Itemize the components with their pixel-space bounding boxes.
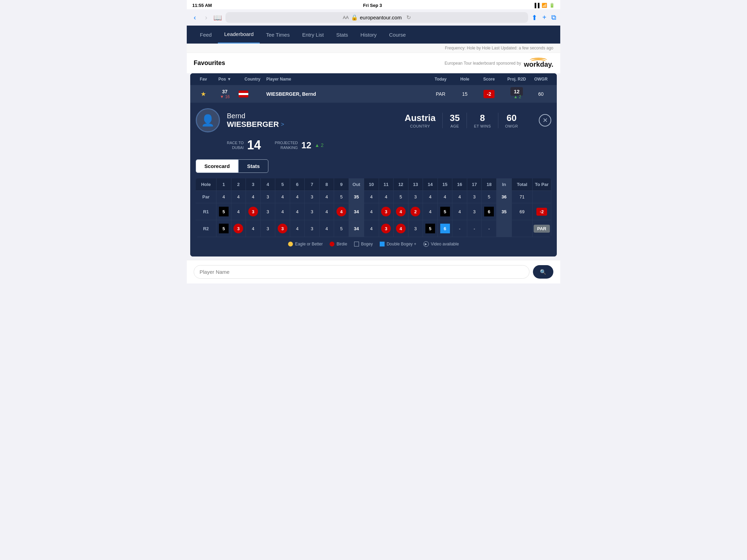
sc-par-label: Par: [196, 191, 216, 203]
sc-topar: To Par: [533, 178, 551, 191]
lb-player-row[interactable]: ★ 37 ▼ 16 WIESBERGER, Bernd PAR 15 -2 12…: [190, 85, 557, 103]
lb-fav-cell[interactable]: ★: [196, 90, 211, 98]
address-bar[interactable]: AA 🔒 europeantour.com ↻: [225, 12, 528, 23]
sc-par12: 5: [394, 191, 408, 203]
sc-r2-h8: 4: [320, 220, 334, 237]
forward-button[interactable]: ›: [202, 12, 210, 23]
video-label: Video available: [431, 242, 459, 246]
player-name-text: WIESBERGER, Bernd: [266, 91, 316, 97]
sc-par7: 3: [305, 191, 320, 203]
sc-in: In: [497, 178, 512, 191]
player-profile-link[interactable]: >: [281, 121, 284, 128]
player-card: 👤 Bernd WIESBERGER > Austria COUNTRY 35 …: [190, 103, 557, 256]
score-badge: -2: [483, 90, 495, 98]
stat-owgr: 60 OWGR: [498, 113, 525, 128]
sc-r1-h7: 3: [305, 203, 320, 220]
double-bogey-label: Double Bogey +: [387, 242, 416, 246]
sc-r1-h2: 4: [231, 203, 246, 220]
sc-r2-h6: 4: [290, 220, 305, 237]
nav-entry-list[interactable]: Entry List: [296, 26, 330, 43]
player-last-name[interactable]: WIESBERGER: [227, 120, 279, 129]
share-button[interactable]: ⬆: [532, 13, 537, 22]
sc-h7: 7: [305, 178, 320, 191]
sc-h11: 11: [379, 178, 394, 191]
player-stats: Austria COUNTRY 35 AGE 8 ET WINS 60 OWGR: [331, 113, 525, 128]
tab-stats[interactable]: Stats: [238, 159, 268, 173]
bogey-icon: [354, 242, 359, 246]
reload-icon[interactable]: ↻: [406, 14, 411, 21]
nav-feed[interactable]: Feed: [194, 26, 218, 43]
lb-col-hole: Hole: [454, 77, 475, 82]
nav-stats[interactable]: Stats: [330, 26, 354, 43]
search-button[interactable]: 🔍: [533, 265, 553, 279]
sc-par13: 3: [408, 191, 423, 203]
sc-r1-total: 69: [512, 203, 533, 220]
lb-proj-cell: 12 ▲ 2: [503, 88, 531, 99]
back-button[interactable]: ‹: [191, 12, 199, 23]
sc-par8: 4: [320, 191, 334, 203]
owgr-value: 60: [505, 113, 518, 123]
sc-r1-h12: 4: [394, 203, 408, 220]
sc-r2-h2: 3: [231, 220, 246, 237]
sc-h17: 17: [467, 178, 482, 191]
add-tab-button[interactable]: +: [542, 13, 546, 21]
player-rankings-row: RACE TODUBAI 14 PROJECTEDRANKING 12 ▲ 2: [196, 138, 551, 152]
sc-r1-h18: 6: [482, 203, 497, 220]
player-name-area: Bernd WIESBERGER >: [227, 112, 324, 129]
workday-logo: workday.: [524, 60, 553, 68]
sc-par15: 4: [438, 191, 453, 203]
sc-h2: 2: [231, 178, 246, 191]
nav-history[interactable]: History: [354, 26, 383, 43]
stat-et-wins: 8 ET WINS: [467, 113, 498, 128]
star-icon[interactable]: ★: [201, 91, 206, 97]
sc-r2-label: R2: [196, 220, 216, 237]
text-size-label[interactable]: AA: [343, 15, 349, 20]
sc-h4: 4: [261, 178, 276, 191]
sc-par6: 4: [290, 191, 305, 203]
sc-r2-row: R2 5 3 4 3 3 4 3 4 5 34 4 3 4 3 5 6 - - …: [196, 220, 551, 237]
frequency-text: Frequency: Hole by Hole Last Updated: a …: [445, 46, 553, 50]
proj-up-arrow: ▲ 2: [315, 142, 324, 148]
status-date: Fri Sep 3: [363, 3, 382, 8]
lb-name-cell[interactable]: WIESBERGER, Bernd: [266, 91, 427, 97]
sc-h12: 12: [394, 178, 408, 191]
country-value: Austria: [405, 113, 436, 123]
nav-tee-times[interactable]: Tee Times: [260, 26, 296, 43]
bottom-search: 🔍: [187, 260, 560, 283]
sc-par14: 4: [423, 191, 438, 203]
sc-par18: 5: [482, 191, 497, 203]
lb-hole-cell: 15: [454, 91, 475, 97]
leaderboard-container: Fav Pos ▼ Country Player Name Today Hole…: [190, 73, 557, 256]
sc-r2-total: [512, 220, 533, 237]
sc-par1: 4: [216, 191, 231, 203]
projected-ranking-item: PROJECTEDRANKING 12 ▲ 2: [275, 140, 324, 151]
race-to-dubai-value: 14: [247, 138, 261, 152]
player-search-input[interactable]: [194, 265, 529, 279]
country-label: COUNTRY: [405, 124, 436, 128]
bookmarks-icon[interactable]: 📖: [213, 13, 222, 22]
sc-header-row: Hole 1 2 3 4 5 6 7 8 9 Out 10 11 12 13 1…: [196, 178, 551, 191]
nav-leaderboard[interactable]: Leaderboard: [218, 26, 260, 44]
eagle-icon: [288, 242, 293, 246]
sc-r1-h14: 4: [423, 203, 438, 220]
sc-hole-header: Hole: [196, 178, 216, 191]
sc-r2-h5: 3: [275, 220, 290, 237]
sc-h1: 1: [216, 178, 231, 191]
close-player-card-button[interactable]: ✕: [539, 114, 551, 127]
et-wins-value: 8: [474, 113, 491, 123]
sc-par17: 3: [467, 191, 482, 203]
player-info-row: 👤 Bernd WIESBERGER > Austria COUNTRY 35 …: [196, 108, 551, 132]
sc-par-out: 35: [349, 191, 364, 203]
sc-r2-h18: -: [482, 220, 497, 237]
sc-r2-h16: -: [452, 220, 467, 237]
sc-h8: 8: [320, 178, 334, 191]
nav-course[interactable]: Course: [383, 26, 412, 43]
tabs-button[interactable]: ⧉: [551, 13, 556, 21]
player-first-name: Bernd: [227, 112, 324, 120]
projected-ranking-sub: 12 ▲ 2: [301, 140, 323, 151]
tab-scorecard[interactable]: Scorecard: [196, 159, 238, 173]
sc-h18: 18: [482, 178, 497, 191]
lb-col-pos: Pos ▼: [211, 77, 239, 82]
sc-r2-h12: 4: [394, 220, 408, 237]
legend-birdie: Birdie: [330, 242, 347, 246]
